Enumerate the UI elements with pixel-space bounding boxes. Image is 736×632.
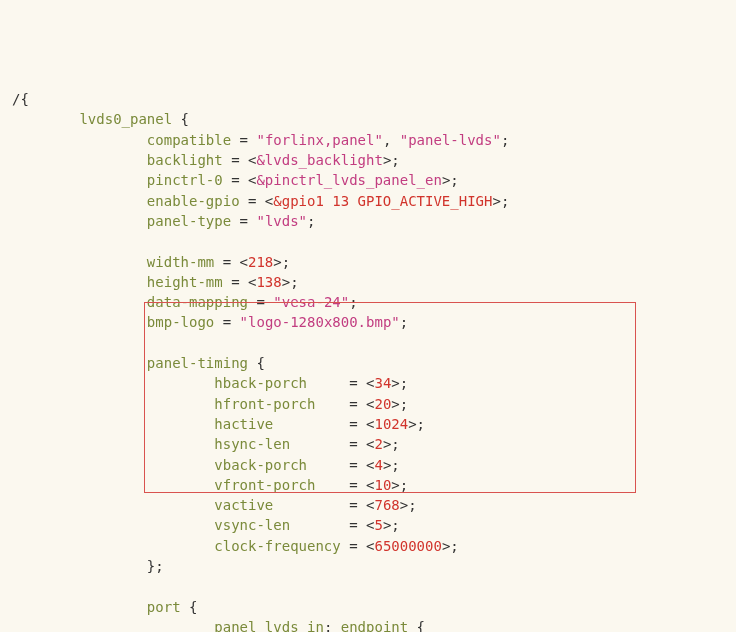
val-compatible-1: "forlinx,panel"	[256, 132, 382, 148]
val-enable-gpio: &gpio1 13 GPIO_ACTIVE_HIGH	[273, 193, 492, 209]
key-bmp-logo: bmp-logo	[147, 314, 214, 330]
val-vfront-porch: 10	[374, 477, 391, 493]
node-port: port	[147, 599, 181, 615]
key-panel-type: panel-type	[147, 213, 231, 229]
key-width-mm: width-mm	[147, 254, 214, 270]
node-endpoint: endpoint	[341, 619, 408, 632]
key-vback-porch: vback-porch	[214, 457, 307, 473]
val-clock-frequency: 65000000	[374, 538, 441, 554]
val-vactive: 768	[374, 497, 399, 513]
node-lvds0: lvds0_panel	[79, 111, 172, 127]
key-hsync-len: hsync-len	[214, 436, 290, 452]
key-pinctrl: pinctrl-0	[147, 172, 223, 188]
key-enable-gpio: enable-gpio	[147, 193, 240, 209]
key-vfront-porch: vfront-porch	[214, 477, 315, 493]
val-width-mm: 218	[248, 254, 273, 270]
label-panel-lvds-in: panel_lvds_in	[214, 619, 324, 632]
key-vsync-len: vsync-len	[214, 517, 290, 533]
val-backlight: &lvds_backlight	[256, 152, 382, 168]
root-open: /{	[12, 91, 29, 107]
key-compatible: compatible	[147, 132, 231, 148]
val-hfront-porch: 20	[374, 396, 391, 412]
val-hsync-len: 2	[374, 436, 382, 452]
key-vactive: vactive	[214, 497, 273, 513]
val-compatible-2: "panel-lvds"	[400, 132, 501, 148]
val-vback-porch: 4	[374, 457, 382, 473]
key-clock-frequency: clock-frequency	[214, 538, 340, 554]
key-backlight: backlight	[147, 152, 223, 168]
val-vsync-len: 5	[374, 517, 382, 533]
val-data-mapping: "vesa-24"	[273, 294, 349, 310]
key-hfront-porch: hfront-porch	[214, 396, 315, 412]
key-height-mm: height-mm	[147, 274, 223, 290]
key-hback-porch: hback-porch	[214, 375, 307, 391]
key-hactive: hactive	[214, 416, 273, 432]
val-hactive: 1024	[374, 416, 408, 432]
val-bmp-logo: "logo-1280x800.bmp"	[240, 314, 400, 330]
val-hback-porch: 34	[374, 375, 391, 391]
val-pinctrl: &pinctrl_lvds_panel_en	[256, 172, 441, 188]
code-block: /{ lvds0_panel { compatible = "forlinx,p…	[12, 89, 724, 632]
key-data-mapping: data-mapping	[147, 294, 248, 310]
node-panel-timing: panel-timing	[147, 355, 248, 371]
val-height-mm: 138	[256, 274, 281, 290]
val-panel-type: "lvds"	[256, 213, 307, 229]
